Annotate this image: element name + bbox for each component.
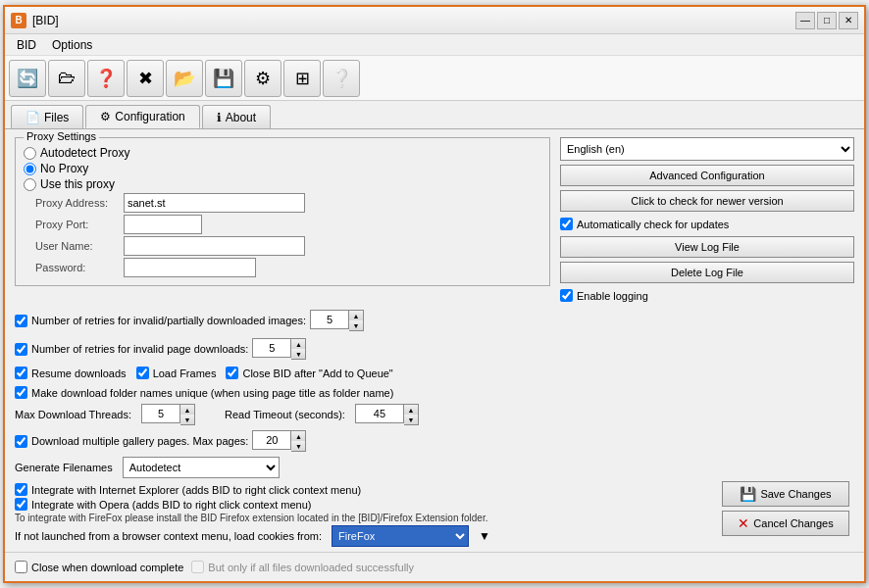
retries-page-up[interactable]: ▲ bbox=[291, 339, 305, 349]
radio-usethis-label: Use this proxy bbox=[40, 177, 115, 191]
top-section: Proxy Settings Autodetect Proxy No Proxy… bbox=[15, 137, 854, 304]
tab-about[interactable]: ℹ About bbox=[202, 105, 271, 128]
retries-images-up[interactable]: ▲ bbox=[349, 311, 363, 320]
help-toolbar-btn[interactable]: ❓ bbox=[87, 60, 125, 97]
bottom-bar: Close when download complete But only if… bbox=[5, 552, 864, 581]
proxy-address-input[interactable] bbox=[124, 193, 305, 213]
retries-page-input[interactable] bbox=[252, 338, 291, 358]
language-dropdown[interactable]: English (en) German (de) French (fr) bbox=[560, 137, 854, 161]
proxy-password-input[interactable] bbox=[124, 258, 256, 277]
multiple-pages-spinbtns: ▲ ▼ bbox=[291, 430, 306, 452]
generate-filenames-row: Generate Filenames Autodetect Sequential… bbox=[15, 457, 854, 478]
read-timeout-spinbtns: ▲ ▼ bbox=[404, 404, 419, 425]
folder-toolbar-btn[interactable]: 🗁 bbox=[48, 60, 85, 97]
retries-images-input[interactable] bbox=[310, 310, 349, 329]
multiple-pages-down[interactable]: ▼ bbox=[291, 441, 305, 451]
action-buttons: 💾 Save Changes ✕ Cancel Changes bbox=[722, 481, 854, 536]
config-tab-label: Configuration bbox=[115, 110, 184, 123]
toolbar: 🔄 🗁 ❓ ✖ 📂 💾 ⚙ ⊞ ❔ bbox=[5, 56, 864, 101]
radio-usethis: Use this proxy bbox=[24, 177, 541, 191]
grid-toolbar-btn[interactable]: ⊞ bbox=[283, 60, 321, 97]
advanced-config-button[interactable]: Advanced Configuration bbox=[560, 165, 854, 186]
retries-page-row: Number of retries for invalid page downl… bbox=[15, 338, 854, 360]
delete-log-button[interactable]: Delete Log File bbox=[560, 262, 854, 283]
integrate-left: Integrate with Internet Explorer (adds B… bbox=[15, 481, 712, 547]
threads-timeout-row: Max Download Threads: ▲ ▼ Read Timeout (… bbox=[15, 404, 854, 425]
close-complete-checkbox[interactable] bbox=[15, 561, 27, 573]
save-toolbar-btn[interactable]: 💾 bbox=[205, 60, 242, 97]
unique-folders-label: Make download folder names unique (when … bbox=[31, 387, 393, 399]
read-timeout-input[interactable] bbox=[355, 404, 404, 423]
cancel-changes-button[interactable]: ✕ Cancel Changes bbox=[722, 511, 849, 536]
open-toolbar-btn[interactable]: 📂 bbox=[166, 60, 203, 97]
retries-images-checkbox[interactable] bbox=[15, 315, 27, 327]
radio-noproxy-input[interactable] bbox=[24, 163, 36, 175]
cancel-x-icon: ✕ bbox=[738, 515, 749, 531]
auto-check-row: Automatically check for updates bbox=[560, 218, 854, 230]
save-changes-button[interactable]: 💾 Save Changes bbox=[722, 481, 849, 507]
read-timeout-spinner: ▲ ▼ bbox=[355, 404, 419, 425]
check-version-button[interactable]: Click to check for newer version bbox=[560, 190, 854, 212]
auto-check-label: Automatically check for updates bbox=[577, 219, 729, 230]
multiple-pages-label: Download multiple gallery pages. Max pag… bbox=[31, 435, 248, 447]
enable-logging-checkbox[interactable] bbox=[560, 289, 573, 302]
refresh-toolbar-btn[interactable]: 🔄 bbox=[9, 60, 46, 97]
minimize-button[interactable]: — bbox=[795, 12, 815, 29]
max-threads-down[interactable]: ▼ bbox=[180, 415, 194, 424]
browser-cookie-dropdown[interactable]: FireFox Internet Explorer Opera None bbox=[332, 525, 469, 547]
radio-autodetect-input[interactable] bbox=[24, 147, 36, 160]
options-row1: Resume downloads Load Frames Close BID a… bbox=[15, 365, 854, 381]
menu-bar: BID Options bbox=[5, 34, 864, 56]
tabs-bar: 📄 Files ⚙ Configuration ℹ About bbox=[5, 101, 864, 129]
menu-options[interactable]: Options bbox=[44, 36, 100, 54]
resume-checkbox[interactable] bbox=[15, 367, 27, 379]
close-bid-checkbox[interactable] bbox=[226, 367, 238, 379]
tab-files[interactable]: 📄 Files bbox=[11, 105, 83, 128]
maximize-button[interactable]: □ bbox=[817, 12, 837, 29]
but-only-label: But only if all files downloaded success… bbox=[208, 562, 414, 573]
stop-toolbar-btn[interactable]: ✖ bbox=[127, 60, 164, 97]
multiple-pages-up[interactable]: ▲ bbox=[291, 431, 305, 441]
proxy-username-input[interactable] bbox=[124, 236, 305, 256]
retries-page-checkbox[interactable] bbox=[15, 343, 27, 356]
max-threads-input[interactable] bbox=[141, 404, 180, 423]
read-timeout-up[interactable]: ▲ bbox=[404, 405, 418, 415]
but-only-row: But only if all files downloaded success… bbox=[191, 561, 414, 573]
view-log-button[interactable]: View Log File bbox=[560, 236, 854, 258]
integrate-ie-checkbox[interactable] bbox=[15, 483, 27, 496]
load-frames-row: Load Frames bbox=[136, 367, 217, 379]
read-timeout-down[interactable]: ▼ bbox=[404, 415, 418, 424]
proxy-port-row: Proxy Port: bbox=[24, 215, 541, 234]
app-icon: B bbox=[11, 13, 26, 28]
auto-check-checkbox[interactable] bbox=[560, 218, 573, 230]
files-tab-label: Files bbox=[44, 111, 69, 124]
config-tab-icon: ⚙ bbox=[100, 110, 111, 123]
retries-page-down[interactable]: ▼ bbox=[291, 349, 305, 359]
radio-noproxy: No Proxy bbox=[24, 162, 541, 175]
info-toolbar-btn[interactable]: ❔ bbox=[323, 60, 360, 97]
generate-filenames-dropdown[interactable]: Autodetect Sequential Original bbox=[123, 457, 280, 478]
disk-toolbar-btn[interactable]: ⚙ bbox=[244, 60, 281, 97]
integrate-opera-checkbox[interactable] bbox=[15, 498, 27, 511]
about-tab-label: About bbox=[226, 111, 256, 124]
retries-images-down[interactable]: ▼ bbox=[349, 320, 363, 330]
tab-configuration[interactable]: ⚙ Configuration bbox=[85, 105, 199, 128]
proxy-password-label: Password: bbox=[35, 262, 124, 273]
browser-cookie-label: If not launched from a browser context m… bbox=[15, 530, 322, 542]
max-threads-label: Max Download Threads: bbox=[15, 409, 131, 420]
menu-bid[interactable]: BID bbox=[9, 36, 44, 54]
dropdown-arrow-icon: ▼ bbox=[479, 529, 490, 543]
retries-images-label: Number of retries for invalid/partially … bbox=[31, 315, 306, 326]
but-only-checkbox[interactable] bbox=[191, 561, 204, 573]
unique-folders-checkbox[interactable] bbox=[15, 386, 27, 399]
radio-usethis-input[interactable] bbox=[24, 178, 36, 191]
load-frames-checkbox[interactable] bbox=[136, 367, 149, 379]
proxy-port-input[interactable] bbox=[124, 215, 202, 234]
retries-images-row: Number of retries for invalid/partially … bbox=[15, 310, 854, 331]
multiple-pages-input[interactable] bbox=[252, 430, 291, 450]
integrate-opera-label: Integrate with Opera (adds BID to right … bbox=[31, 499, 312, 511]
multiple-pages-checkbox[interactable] bbox=[15, 435, 27, 448]
save-disk-icon: 💾 bbox=[740, 486, 756, 502]
close-button[interactable]: ✕ bbox=[839, 12, 858, 29]
max-threads-up[interactable]: ▲ bbox=[180, 405, 194, 415]
